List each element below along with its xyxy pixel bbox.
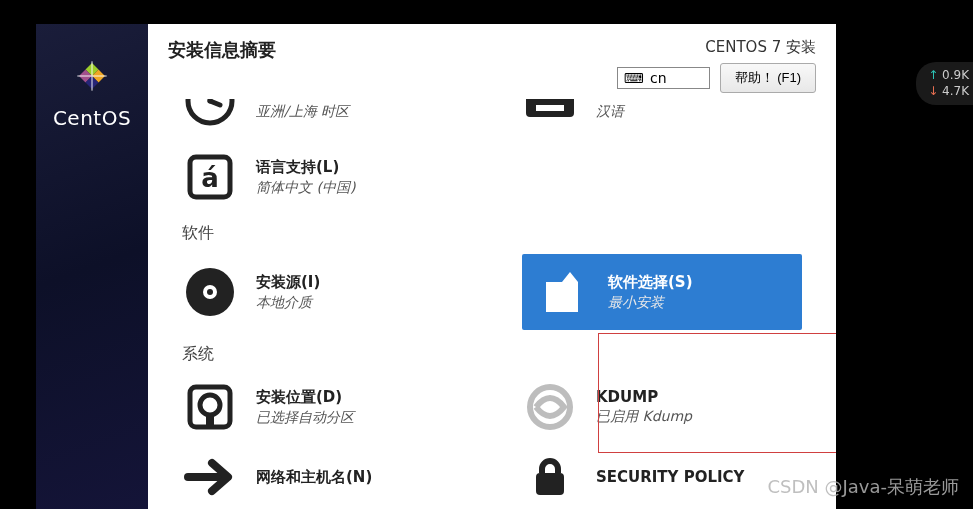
dest-title: 安装位置(D)	[256, 388, 354, 407]
network-title: 网络和主机名(N)	[256, 468, 372, 487]
language-icon: á	[182, 149, 238, 205]
keyboard-layout-label: cn	[650, 70, 667, 86]
datetime-title: 日期和时间(T)	[256, 99, 355, 101]
dest-sub: 已选择自动分区	[256, 409, 354, 427]
network-speed-widget: 0.9K 4.7K	[916, 62, 973, 105]
disk-icon	[182, 379, 238, 435]
spoke-install-source[interactable]: 安装源(I) 本地介质	[182, 254, 462, 330]
watermark: CSDN @Java-呆萌老师	[767, 475, 959, 499]
section-software: 软件	[182, 223, 802, 244]
keyboard-large-icon	[522, 99, 578, 129]
disc-icon	[182, 264, 238, 320]
source-sub: 本地介质	[256, 294, 320, 312]
language-title: 语言支持(L)	[256, 158, 355, 177]
svg-text:á: á	[201, 163, 219, 193]
centos-logo-icon	[70, 54, 114, 98]
spoke-kdump[interactable]: KDUMP 已启用 Kdump	[522, 375, 802, 439]
keyboard-sub: 汉语	[596, 103, 651, 121]
spoke-datetime[interactable]: 日期和时间(T) 亚洲/上海 时区	[182, 99, 462, 133]
spoke-install-destination[interactable]: 安装位置(D) 已选择自动分区	[182, 375, 462, 439]
security-title: SECURITY POLICY	[596, 468, 744, 486]
package-icon	[534, 264, 590, 320]
net-download: 4.7K	[928, 84, 969, 100]
svg-rect-14	[536, 105, 564, 111]
lock-icon	[522, 449, 578, 505]
spoke-keyboard[interactable]: 键盘(K) 汉语	[522, 99, 802, 133]
spoke-software-selection[interactable]: 软件选择(S) 最小安装	[522, 254, 802, 330]
source-title: 安装源(I)	[256, 273, 320, 292]
clock-icon	[182, 99, 238, 129]
section-system: 系统	[182, 344, 802, 365]
svg-point-21	[200, 395, 220, 415]
page-title: 安装信息摘要	[168, 38, 276, 62]
keyboard-layout-indicator[interactable]: ⌨ cn	[617, 67, 710, 89]
spoke-network[interactable]: 网络和主机名(N)	[182, 445, 462, 509]
spoke-language[interactable]: á 语言支持(L) 简体中文 (中国)	[182, 145, 462, 209]
svg-line-8	[210, 101, 220, 105]
keyboard-title: 键盘(K)	[596, 99, 651, 101]
net-upload: 0.9K	[928, 68, 969, 84]
language-sub: 简体中文 (中国)	[256, 179, 355, 197]
page-subtitle: CENTOS 7 安装	[705, 38, 816, 57]
kdump-title: KDUMP	[596, 388, 692, 406]
svg-rect-24	[536, 473, 564, 495]
network-icon	[182, 449, 238, 505]
kdump-icon	[522, 379, 578, 435]
software-sub: 最小安装	[608, 294, 693, 312]
kdump-sub: 已启用 Kdump	[596, 408, 692, 426]
keyboard-icon: ⌨	[624, 70, 644, 86]
software-title: 软件选择(S)	[608, 273, 693, 292]
spoke-security[interactable]: SECURITY POLICY	[522, 445, 802, 509]
svg-rect-22	[206, 415, 214, 425]
product-name: CentOS	[53, 106, 131, 130]
help-button[interactable]: 帮助！ (F1)	[720, 63, 816, 93]
datetime-sub: 亚洲/上海 时区	[256, 103, 355, 121]
svg-point-19	[207, 289, 213, 295]
